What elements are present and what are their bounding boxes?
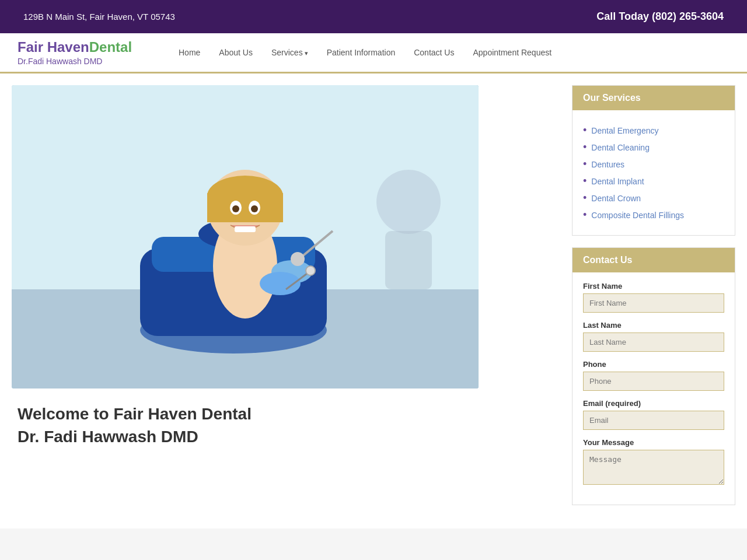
main-container: Welcome to Fair Haven Dental Dr. Fadi Ha… <box>0 74 747 528</box>
service-item-crown: Dental Crown <box>583 192 724 204</box>
svg-rect-15 <box>235 226 256 232</box>
services-list: Dental Emergency Dental Cleaning Denture… <box>583 124 724 221</box>
content-area: Welcome to Fair Haven Dental Dr. Fadi Ha… <box>12 85 560 517</box>
service-item-cleaning: Dental Cleaning <box>583 141 724 153</box>
phone-group: Phone <box>583 360 724 391</box>
svg-rect-10 <box>207 193 283 222</box>
service-item-fillings: Composite Dental Fillings <box>583 209 724 221</box>
last-name-label: Last Name <box>583 321 724 330</box>
svg-rect-23 <box>385 231 432 289</box>
phone-label: Phone <box>583 360 724 369</box>
sidebar: Our Services Dental Emergency Dental Cle… <box>572 85 735 517</box>
svg-point-13 <box>232 205 239 212</box>
first-name-label: First Name <box>583 282 724 290</box>
main-nav: Home About Us Services Patient Informati… <box>169 42 729 63</box>
logo-title: Fair HavenDental <box>18 39 146 55</box>
contact-widget: Contact Us First Name Last Name Phone Em… <box>572 247 735 505</box>
address: 129B N Main St, Fair Haven, VT 05743 <box>23 12 175 22</box>
message-group: Your Message <box>583 438 724 487</box>
email-group: Email (required) <box>583 399 724 430</box>
phone-input[interactable] <box>583 372 724 391</box>
nav-home[interactable]: Home <box>169 42 210 63</box>
logo-subtitle: Dr.Fadi Hawwash DMD <box>18 57 146 66</box>
service-item-emergency: Dental Emergency <box>583 124 724 136</box>
top-bar: 129B N Main St, Fair Haven, VT 05743 Cal… <box>0 0 747 33</box>
last-name-group: Last Name <box>583 321 724 352</box>
welcome-section: Welcome to Fair Haven Dental Dr. Fadi Ha… <box>12 402 560 448</box>
service-link-fillings[interactable]: Composite Dental Fillings <box>591 211 684 220</box>
nav-about-us[interactable]: About Us <box>210 42 262 63</box>
service-link-crown[interactable]: Dental Crown <box>591 194 641 203</box>
message-input[interactable] <box>583 450 724 485</box>
services-widget-body: Dental Emergency Dental Cleaning Denture… <box>573 110 735 235</box>
services-widget-title: Our Services <box>573 86 735 110</box>
hero-image <box>12 85 479 388</box>
contact-widget-title: Contact Us <box>573 248 735 272</box>
message-label: Your Message <box>583 438 724 447</box>
service-item-implant: Dental Implant <box>583 175 724 187</box>
first-name-input[interactable] <box>583 293 724 313</box>
svg-point-19 <box>291 252 305 266</box>
service-link-emergency[interactable]: Dental Emergency <box>591 126 658 135</box>
welcome-heading: Welcome to Fair Haven Dental Dr. Fadi Ha… <box>18 402 554 448</box>
service-link-dentures[interactable]: Dentures <box>591 160 624 169</box>
svg-point-22 <box>376 170 441 234</box>
logo-fair-haven: Fair Haven <box>18 39 89 55</box>
logo-dental: Dental <box>89 39 132 55</box>
phone: Call Today (802) 265-3604 <box>596 10 724 23</box>
last-name-input[interactable] <box>583 332 724 352</box>
services-widget: Our Services Dental Emergency Dental Cle… <box>572 85 735 236</box>
logo: Fair HavenDental Dr.Fadi Hawwash DMD <box>18 39 146 66</box>
nav-patient-information[interactable]: Patient Information <box>317 42 405 63</box>
service-item-dentures: Dentures <box>583 158 724 170</box>
svg-point-21 <box>306 266 315 275</box>
first-name-group: First Name <box>583 282 724 313</box>
nav-services[interactable]: Services <box>262 42 317 63</box>
service-link-cleaning[interactable]: Dental Cleaning <box>591 143 650 152</box>
email-input[interactable] <box>583 411 724 430</box>
contact-widget-body: First Name Last Name Phone Email (requir… <box>573 272 735 505</box>
svg-point-14 <box>251 205 258 212</box>
nav-contact-us[interactable]: Contact Us <box>404 42 463 63</box>
email-label: Email (required) <box>583 399 724 408</box>
service-link-implant[interactable]: Dental Implant <box>591 177 644 186</box>
nav-appointment-request[interactable]: Appointment Request <box>463 42 561 63</box>
header: Fair HavenDental Dr.Fadi Hawwash DMD Hom… <box>0 33 747 74</box>
